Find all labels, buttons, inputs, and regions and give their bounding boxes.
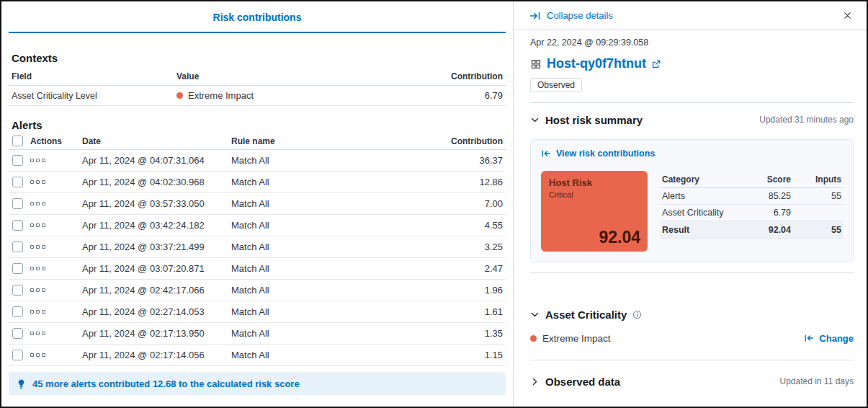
score-inputs: 55 [791,191,843,201]
risk-contributions-title: Risk contributions [9,12,506,23]
row-actions-icon[interactable] [30,245,45,249]
alerts-col-date: Date [82,136,231,146]
alert-rule-name: Match All [231,350,426,360]
contexts-table: Field Value Contribution Asset Criticali… [9,67,506,106]
row-checkbox[interactable] [12,263,23,274]
contexts-col-field: Field [9,71,176,81]
host-risk-summary-title: Host risk summary [545,114,643,126]
chevron-down-icon[interactable] [530,115,540,125]
alert-rule-name: Match All [231,241,426,252]
divider [530,102,854,103]
risk-score-table: Category Score Inputs Alerts 85.25 55 [661,171,843,252]
collapse-details-button[interactable]: Collapse details [529,10,613,22]
row-checkbox[interactable] [12,306,23,317]
score-col-score: Score [730,174,791,185]
alert-row: Apr 11, 2024 @ 02:17:14.056 Match All 1.… [9,345,506,366]
row-actions-icon[interactable] [30,353,45,357]
score-col-category: Category [661,174,730,185]
host-risk-summary-panel: View risk contributions Host Risk Critic… [530,139,854,262]
alert-date: Apr 11, 2024 @ 03:57:33.050 [82,198,231,209]
view-risk-contributions-link[interactable]: View risk contributions [541,148,655,159]
alert-date: Apr 11, 2024 @ 03:42:24.182 [82,220,231,231]
host-risk-card: Host Risk Critical 92.04 [541,171,648,252]
alert-date: Apr 11, 2024 @ 02:17:14.056 [82,350,231,360]
context-field: Asset Criticality Level [9,91,176,101]
observed-data-updated: Updated in 11 days [779,376,854,386]
contexts-heading: Contexts [12,52,506,64]
context-value-cell: Extreme Impact [176,90,419,101]
alert-date: Apr 11, 2024 @ 04:07:31.064 [82,155,231,166]
external-link-icon[interactable] [651,59,661,69]
close-button[interactable] [840,8,855,23]
info-icon[interactable] [632,310,642,319]
alert-rule-name: Match All [231,263,426,274]
flyout-header: Collapse details [514,1,867,30]
row-checkbox[interactable] [12,155,23,166]
contexts-col-value: Value [176,71,419,81]
alert-contribution: 2.47 [426,263,506,274]
alert-row: Apr 11, 2024 @ 03:42:24.182 Match All 4.… [9,215,506,236]
alert-date: Apr 11, 2024 @ 03:37:21.499 [82,241,231,252]
chevron-right-icon[interactable] [530,377,540,386]
result-inputs: 55 [791,225,843,235]
row-checkbox[interactable] [12,328,23,339]
close-icon [843,11,852,20]
push-left-icon [804,333,814,343]
alert-rule-name: Match All [231,306,426,317]
row-checkbox[interactable] [12,285,23,296]
alert-contribution: 1.61 [426,306,506,317]
view-risk-contributions-label: View risk contributions [556,148,655,159]
alert-contribution: 1.35 [426,328,506,339]
contexts-col-contribution: Contribution [419,71,506,81]
host-title-row: Host-qy0f7htnut [530,56,854,71]
row-checkbox[interactable] [12,198,23,209]
score-col-inputs: Inputs [791,174,843,185]
alert-date: Apr 11, 2024 @ 02:42:17.066 [82,285,231,296]
divider [530,272,854,273]
row-actions-icon[interactable] [30,159,45,162]
observed-data-section-header: Observed data Updated in 11 days [530,372,854,391]
context-value: Extreme Impact [188,90,254,101]
lightbulb-icon [16,378,27,389]
alert-row: Apr 11, 2024 @ 02:17:13.950 Match All 1.… [9,323,506,345]
observed-badge: Observed [530,78,582,92]
alert-row: Apr 11, 2024 @ 03:57:33.050 Match All 7.… [9,193,506,215]
host-name-link[interactable]: Host-qy0f7htnut [547,56,646,71]
score-value: 6.79 [730,208,791,218]
alert-rule-name: Match All [231,198,426,209]
risk-card-title: Host Risk [549,177,640,188]
alert-contribution: 12.86 [426,177,506,187]
alert-row: Apr 11, 2024 @ 02:27:14.053 Match All 1.… [9,301,506,323]
asset-criticality-title: Asset Criticality [545,309,627,321]
row-actions-icon[interactable] [30,202,45,205]
row-checkbox[interactable] [12,241,23,252]
row-actions-icon[interactable] [30,223,45,227]
asset-criticality-section-header: Asset Criticality [530,305,854,324]
app-window: Risk contributions Contexts Field Value … [0,0,868,408]
row-actions-icon[interactable] [30,332,45,335]
context-contribution: 6.79 [419,90,506,101]
row-actions-icon[interactable] [30,288,45,292]
score-row: Asset Criticality 6.79 [661,205,843,221]
score-category: Asset Criticality [661,208,730,218]
criticality-dot-icon [176,92,183,99]
chevron-down-icon[interactable] [530,310,540,319]
row-actions-icon[interactable] [30,310,45,314]
risk-contributions-panel: Risk contributions Contexts Field Value … [1,1,513,407]
row-checkbox[interactable] [12,220,23,231]
collapse-details-label: Collapse details [547,10,613,21]
result-category: Result [661,225,730,235]
row-actions-icon[interactable] [30,267,45,270]
contexts-row: Asset Criticality Level Extreme Impact 6… [9,86,506,106]
row-actions-icon[interactable] [30,180,45,184]
risk-score-table-body: Alerts 85.25 55 Asset Criticality 6.79 [661,188,843,221]
row-checkbox[interactable] [12,177,23,187]
select-all-checkbox[interactable] [12,136,23,146]
row-checkbox[interactable] [12,350,23,360]
alert-row: Apr 11, 2024 @ 04:02:30.968 Match All 12… [9,172,506,193]
change-criticality-link[interactable]: Change [804,333,854,344]
alert-row: Apr 11, 2024 @ 03:37:21.499 Match All 3.… [9,236,506,258]
alerts-table: Actions Date Rule name Contribution Apr … [9,133,506,366]
alert-contribution: 4.55 [426,220,506,231]
host-risk-summary-section-header: Host risk summary Updated 31 minutes ago [530,110,854,129]
